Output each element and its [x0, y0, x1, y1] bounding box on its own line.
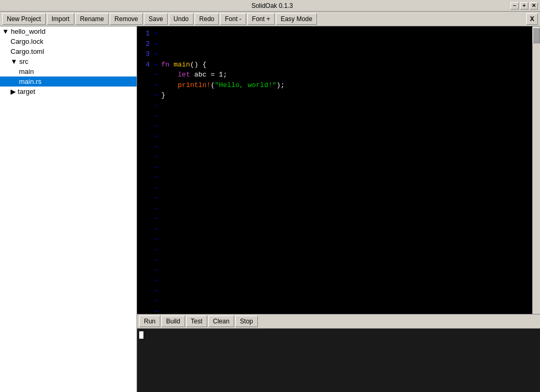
line-number: 1 — [140, 28, 150, 39]
code-line: } — [161, 90, 530, 101]
import-button[interactable]: Import — [47, 13, 74, 25]
new-project-button[interactable]: New Project — [2, 13, 46, 25]
maximize-button[interactable]: + — [520, 2, 528, 9]
tilde-marker: ~ — [154, 193, 158, 204]
tilde-marker: ~ — [154, 80, 158, 91]
tilde-marker: ~ — [154, 28, 158, 39]
window-title: SolidOak 0.1.3 — [34, 2, 510, 9]
tilde-marker: ~ — [154, 255, 158, 265]
tilde-marker: ~ — [154, 296, 158, 307]
tilde-column: ~~~~~~~~~~~~~~~~~~~~~~~~~~~~~~ — [153, 26, 159, 314]
tilde-marker: ~ — [154, 39, 158, 50]
code-line: println!("Hello, world!"); — [161, 80, 530, 91]
stop-button[interactable]: Stop — [235, 315, 258, 327]
test-button[interactable]: Test — [186, 315, 207, 327]
run-button[interactable]: Run — [139, 315, 160, 327]
tree-item-src[interactable]: ▼ src — [0, 56, 137, 66]
undo-button[interactable]: Undo — [169, 13, 194, 25]
tilde-marker: ~ — [154, 234, 158, 245]
tilde-marker: ~ — [154, 275, 158, 286]
title-bar: SolidOak 0.1.3 − + ✕ — [0, 0, 540, 12]
font-plus-button[interactable]: Font + — [247, 13, 275, 25]
code-editor[interactable]: 1234 ~~~~~~~~~~~~~~~~~~~~~~~~~~~~~~ fn m… — [137, 26, 540, 314]
line-number: 2 — [140, 39, 150, 50]
tilde-marker: ~ — [154, 111, 158, 121]
code-content[interactable]: fn main() { let abc = 1; println!("Hello… — [159, 26, 532, 314]
minimize-button[interactable]: − — [510, 2, 519, 9]
editor-scrollbar[interactable] — [532, 26, 540, 314]
code-line: let abc = 1; — [161, 70, 530, 80]
tilde-marker: ~ — [154, 60, 158, 70]
tilde-marker: ~ — [154, 224, 158, 235]
tilde-marker: ~ — [154, 245, 158, 255]
remove-button[interactable]: Remove — [110, 13, 143, 25]
redo-button[interactable]: Redo — [195, 13, 219, 25]
tilde-marker: ~ — [154, 90, 158, 101]
tree-item-Cargo-toml[interactable]: Cargo.toml — [0, 46, 137, 56]
tilde-marker: ~ — [154, 152, 158, 162]
main-area: ▼ hello_world Cargo.lock Cargo.toml▼ src… — [0, 26, 540, 392]
rename-button[interactable]: Rename — [75, 13, 109, 25]
tilde-marker: ~ — [154, 204, 158, 214]
tilde-marker: ~ — [154, 286, 158, 297]
tilde-marker: ~ — [154, 142, 158, 152]
tilde-marker: ~ — [154, 214, 158, 224]
save-button[interactable]: Save — [144, 13, 168, 25]
tilde-marker: ~ — [154, 162, 158, 173]
window-controls: − + ✕ — [510, 2, 538, 9]
tilde-marker: ~ — [154, 70, 158, 80]
build-button[interactable]: Build — [161, 315, 185, 327]
tilde-marker: ~ — [154, 101, 158, 111]
tilde-marker: ~ — [154, 121, 158, 132]
terminal[interactable] — [137, 329, 540, 392]
tilde-marker: ~ — [154, 265, 158, 276]
line-number: 4 — [140, 60, 150, 70]
tilde-marker: ~ — [154, 307, 158, 314]
close-x-button[interactable]: X — [526, 13, 538, 25]
scrollbar-thumb[interactable] — [533, 27, 540, 43]
bottom-toolbar: Run Build Test Clean Stop — [137, 314, 540, 329]
line-number: 3 — [140, 49, 150, 60]
tree-item-main-rs[interactable]: main.rs — [0, 77, 137, 87]
code-line: fn main() { — [161, 60, 530, 70]
tilde-marker: ~ — [154, 131, 158, 142]
toolbar: New Project Import Rename Remove Save Un… — [0, 12, 540, 26]
tree-item-main[interactable]: main — [0, 66, 137, 77]
tree-item-target[interactable]: ▶ target — [0, 87, 137, 97]
close-button[interactable]: ✕ — [529, 2, 538, 9]
tree-item-Cargo-lock[interactable]: Cargo.lock — [0, 36, 137, 46]
tilde-marker: ~ — [154, 49, 158, 60]
clean-button[interactable]: Clean — [208, 315, 234, 327]
file-tree: ▼ hello_world Cargo.lock Cargo.toml▼ src… — [0, 26, 137, 392]
tilde-marker: ~ — [154, 183, 158, 194]
editor-container: 1234 ~~~~~~~~~~~~~~~~~~~~~~~~~~~~~~ fn m… — [137, 26, 540, 392]
tree-item-hello_world[interactable]: ▼ hello_world — [0, 26, 137, 36]
line-numbers: 1234 — [137, 26, 153, 314]
tilde-marker: ~ — [154, 173, 158, 183]
font-minus-button[interactable]: Font - — [220, 13, 246, 25]
terminal-cursor — [139, 331, 143, 339]
easy-mode-button[interactable]: Easy Mode — [276, 13, 317, 25]
